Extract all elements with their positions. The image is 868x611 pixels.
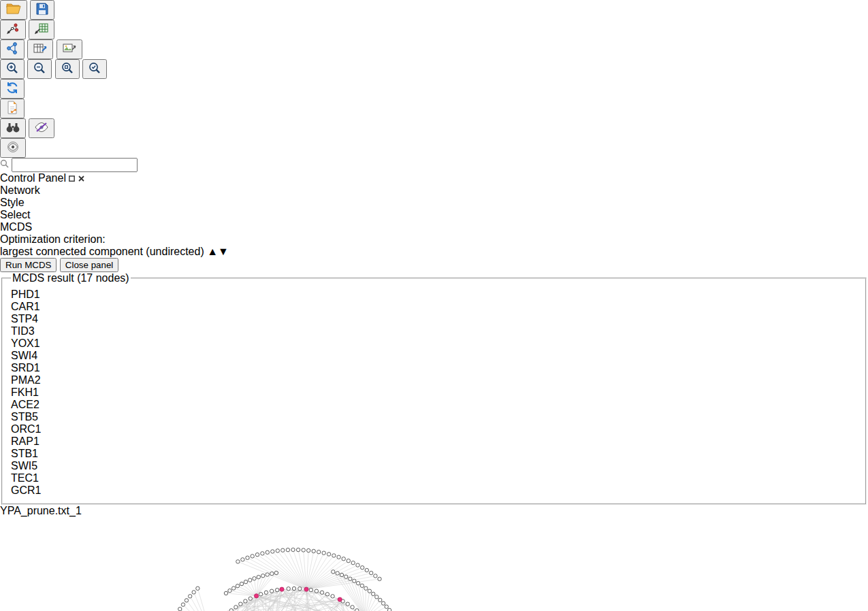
app-window: Control Panel NetworkStyleSelectMCDS Opt… (0, 0, 868, 611)
mcds-result-group: MCDS result (17 nodes) PHD1CAR1STP4TID3Y… (1, 272, 867, 505)
export-document-button[interactable] (0, 99, 25, 118)
import-table-button[interactable] (29, 20, 54, 39)
mcds-result-item[interactable]: TID3 (11, 325, 857, 337)
search-network-button[interactable] (0, 118, 26, 138)
search-box (0, 158, 868, 172)
mcds-result-item[interactable]: ACE2 (11, 399, 857, 411)
zoom-in-button[interactable] (0, 59, 25, 79)
optimization-label: Optimization criterion: (0, 233, 868, 246)
mcds-result-item[interactable]: SWI5 (11, 460, 857, 472)
optimization-select[interactable]: largest connected component (undirected)… (0, 246, 868, 258)
chevron-updown-icon: ▲▼ (207, 246, 229, 257)
search-input[interactable] (12, 158, 138, 172)
zoom-fit-icon (61, 61, 74, 75)
mcds-result-item[interactable]: PHD1 (11, 288, 857, 301)
control-panel-tabbar: NetworkStyleSelectMCDS (0, 184, 868, 233)
run-mcds-button[interactable]: Run MCDS (0, 258, 57, 272)
image-export-icon (62, 42, 77, 55)
float-panel-icon[interactable] (69, 172, 75, 184)
zoom-selected-icon (88, 61, 101, 75)
zoom-out-icon (33, 61, 46, 75)
mcds-result-item[interactable]: RAP1 (11, 435, 857, 448)
save-icon (35, 2, 49, 16)
open-file-button[interactable] (0, 0, 27, 20)
network-window: YPA_prune.txt_1 (0, 505, 868, 611)
main-area: Control Panel NetworkStyleSelectMCDS Opt… (0, 172, 868, 611)
control-panel-title: Control Panel (0, 172, 66, 184)
tab-network[interactable]: Network (0, 184, 868, 197)
import-network-icon (5, 22, 20, 35)
tab-select[interactable]: Select (0, 209, 868, 221)
mcds-result-item[interactable]: CAR1 (11, 301, 857, 313)
show-graphics-button[interactable] (0, 138, 26, 158)
mcds-result-item[interactable]: STB1 (11, 448, 857, 460)
mcds-result-item[interactable]: STP4 (11, 313, 857, 325)
document-share-icon (5, 101, 19, 114)
mcds-result-item[interactable]: PMA2 (11, 374, 857, 386)
eye-slash-icon (34, 120, 49, 134)
filter-hide-button[interactable] (29, 118, 54, 138)
mcds-result-item[interactable]: STB5 (11, 411, 857, 423)
export-table-button[interactable] (27, 39, 53, 59)
save-button[interactable] (30, 0, 54, 20)
binoculars-icon (5, 120, 20, 134)
tab-style[interactable]: Style (0, 197, 868, 209)
new-network-button[interactable] (0, 39, 25, 59)
network-graph (0, 517, 590, 611)
control-panel-header: Control Panel (0, 172, 868, 184)
mcds-result-item[interactable]: TEC1 (11, 472, 857, 484)
control-panel: Control Panel NetworkStyleSelectMCDS Opt… (0, 172, 868, 505)
network-window-titlebar[interactable]: YPA_prune.txt_1 (0, 505, 868, 517)
zoom-in-icon (5, 61, 19, 75)
mcds-result-item[interactable]: SRD1 (11, 362, 857, 374)
network-nodes-icon (5, 42, 19, 55)
mcds-result-item[interactable]: ORC1 (11, 423, 857, 435)
refresh-icon (5, 81, 19, 95)
folder-open-icon (5, 2, 22, 16)
main-toolbar (0, 0, 868, 172)
optimization-select-value: largest connected component (undirected) (0, 246, 204, 257)
mcds-result-item[interactable]: GCR1 (11, 484, 857, 497)
close-panel-icon[interactable] (78, 172, 84, 184)
refresh-view-button[interactable] (0, 79, 25, 99)
import-network-button[interactable] (0, 20, 26, 39)
close-panel-button[interactable]: Close panel (60, 258, 118, 272)
search-icon (0, 159, 9, 168)
network-window-title: YPA_prune.txt_1 (0, 505, 82, 516)
mcds-result-list: PHD1CAR1STP4TID3YOX1SWI4SRD1PMA2FKH1ACE2… (11, 288, 857, 497)
export-image-button[interactable] (57, 39, 82, 59)
import-table-icon (34, 22, 49, 35)
zoom-out-button[interactable] (27, 59, 52, 79)
network-canvas[interactable] (0, 517, 868, 611)
mcds-result-item[interactable]: FKH1 (11, 386, 857, 399)
mcds-result-item[interactable]: YOX1 (11, 337, 857, 350)
eye-icon (5, 140, 20, 154)
zoom-selected-button[interactable] (82, 59, 107, 79)
mcds-result-item[interactable]: SWI4 (11, 350, 857, 362)
table-export-icon (33, 42, 48, 55)
mcds-result-title: MCDS result (17 nodes) (11, 272, 131, 284)
tab-mcds[interactable]: MCDS (0, 221, 868, 233)
zoom-fit-button[interactable] (55, 59, 80, 79)
